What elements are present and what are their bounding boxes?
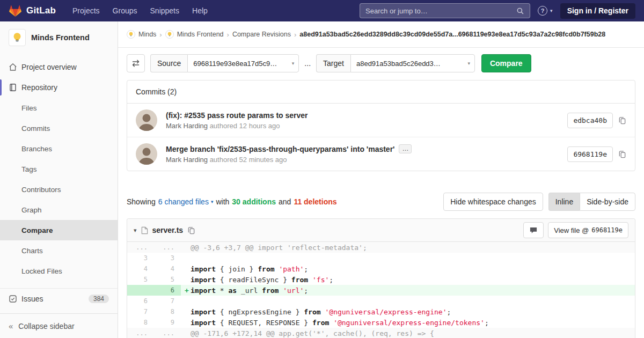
expand-commit-message-button[interactable]: … bbox=[399, 144, 412, 153]
sidebar-item-charts[interactable]: Charts bbox=[0, 240, 118, 261]
side-by-side-view-button[interactable]: Side-by-side bbox=[580, 193, 635, 211]
commit-sha-link[interactable]: edbca40b bbox=[567, 113, 613, 128]
breadcrumb-item: Compare Revisions bbox=[232, 31, 291, 38]
new-line-number[interactable]: 5 bbox=[154, 274, 181, 285]
new-line-number[interactable]: 8 bbox=[154, 306, 181, 317]
breadcrumb-link-minds-frontend[interactable]: Minds Frontend bbox=[177, 31, 224, 38]
range-separator: ... bbox=[304, 59, 311, 68]
old-line-number[interactable]: ... bbox=[127, 242, 154, 253]
sidebar-item-branches[interactable]: Branches bbox=[0, 138, 118, 159]
project-name: Minds Frontend bbox=[31, 33, 90, 42]
breadcrumb-link-compare-revisions[interactable]: Compare Revisions bbox=[232, 31, 291, 38]
view-file-button[interactable]: View file @ 6968119e bbox=[548, 222, 628, 238]
collapse-sidebar-button[interactable]: « Collapse sidebar bbox=[0, 313, 118, 338]
target-group: Target a8ed91a53bad5c26edd3… ▾ bbox=[316, 54, 475, 72]
sidebar-item-tags[interactable]: Tags bbox=[0, 159, 118, 179]
copy-sha-button[interactable] bbox=[618, 150, 626, 158]
sidebar-item-compare[interactable]: Compare bbox=[0, 220, 118, 240]
old-line-number[interactable]: 6 bbox=[127, 296, 154, 306]
hide-whitespace-button[interactable]: Hide whitespace changes bbox=[443, 193, 543, 211]
nav-projects[interactable]: Projects bbox=[67, 3, 106, 18]
source-ref-dropdown[interactable]: 6968119e93e8ea17d5c9… ▾ bbox=[187, 54, 299, 72]
commit-author-link[interactable]: Mark Harding bbox=[166, 156, 208, 164]
new-line-number[interactable]: 3 bbox=[154, 253, 181, 263]
old-line-number[interactable]: 8 bbox=[127, 317, 154, 328]
breadcrumb: Minds›Minds Frontend›Compare Revisions› … bbox=[118, 21, 644, 48]
sidebar-item-contributors[interactable]: Contributors bbox=[0, 179, 118, 200]
nav-help[interactable]: Help bbox=[186, 3, 214, 18]
new-line-number[interactable]: 4 bbox=[154, 263, 181, 274]
diff-line: ...... @@ -3,6 +3,7 @@ import 'reflect-m… bbox=[127, 242, 635, 253]
changed-files-dropdown[interactable]: 6 changed files ▾ bbox=[158, 197, 214, 206]
help-dropdown[interactable]: ? ▾ bbox=[538, 6, 553, 16]
diff-marker bbox=[183, 297, 191, 305]
view-file-sha: 6968119e bbox=[591, 226, 623, 234]
swap-icon bbox=[131, 59, 140, 68]
showing-label: Showing bbox=[127, 197, 156, 206]
breadcrumb-separator-icon: › bbox=[294, 31, 296, 39]
global-search[interactable] bbox=[360, 3, 530, 18]
sidebar-item-files[interactable]: Files bbox=[0, 98, 118, 118]
commit-meta: Mark Harding authored 52 minutes ago bbox=[166, 156, 559, 164]
sidebar-item-graph[interactable]: Graph bbox=[0, 200, 118, 220]
nav-snippets[interactable]: Snippets bbox=[144, 3, 185, 18]
diff-file-actions: View file @ 6968119e bbox=[523, 222, 628, 238]
project-header[interactable]: Minds Frontend bbox=[0, 21, 118, 53]
sidebar-item-issues[interactable]: Issues384 bbox=[0, 288, 118, 308]
sidebar-item-locked-files[interactable]: Locked Files bbox=[0, 261, 118, 281]
chevron-down-icon: ▾ bbox=[550, 8, 553, 13]
diff-line: 78 import { ngExpressEngine } from '@ngu… bbox=[127, 306, 635, 317]
sign-in-register-button[interactable]: Sign in / Register bbox=[560, 3, 635, 19]
old-line-number[interactable]: 4 bbox=[127, 263, 154, 274]
commits-panel: Commits (2) (fix): #2535 pass route para… bbox=[127, 80, 635, 171]
old-line-number[interactable]: 7 bbox=[127, 306, 154, 317]
commit-author-avatar bbox=[136, 109, 157, 131]
old-line-number[interactable]: 3 bbox=[127, 253, 154, 263]
top-navbar: GitLab ProjectsGroupsSnippetsHelp ? ▾ Si… bbox=[0, 0, 644, 21]
target-ref-dropdown[interactable]: a8ed91a53bad5c26edd3… ▾ bbox=[350, 54, 475, 72]
old-line-number[interactable] bbox=[127, 285, 154, 296]
sidebar-item-repository[interactable]: Repository bbox=[0, 77, 118, 98]
sidebar-item-label: Graph bbox=[21, 206, 42, 214]
commit-list: (fix): #2535 pass route params to server… bbox=[127, 104, 635, 171]
with-label: with bbox=[216, 197, 229, 206]
nav-groups[interactable]: Groups bbox=[107, 3, 143, 18]
breadcrumb-link-minds[interactable]: Minds bbox=[138, 31, 156, 38]
commit-title-link[interactable]: Merge branch 'fix/2535-pass-through-quer… bbox=[166, 145, 394, 153]
commit-author-link[interactable]: Mark Harding bbox=[166, 122, 208, 130]
diff-line: 33 bbox=[127, 253, 635, 263]
collapse-diff-icon[interactable]: ▾ bbox=[134, 227, 137, 234]
commit-title-link[interactable]: (fix): #2535 pass route params to server bbox=[166, 111, 308, 120]
old-line-number[interactable]: 5 bbox=[127, 274, 154, 285]
new-line-number[interactable]: 6 bbox=[154, 285, 181, 296]
breadcrumb-item: Minds bbox=[127, 30, 156, 39]
sidebar-item-project-overview[interactable]: Project overview bbox=[0, 57, 118, 77]
toggle-comments-button[interactable] bbox=[523, 222, 544, 238]
new-line-number[interactable]: 9 bbox=[154, 317, 181, 328]
copy-sha-button[interactable] bbox=[618, 116, 626, 124]
project-avatar bbox=[9, 29, 26, 46]
copy-file-path-button[interactable] bbox=[187, 226, 195, 234]
inline-view-button[interactable]: Inline bbox=[548, 193, 580, 211]
old-line-number[interactable]: ... bbox=[127, 328, 154, 338]
sidebar-item-commits[interactable]: Commits bbox=[0, 118, 118, 138]
sidebar-item-label: Charts bbox=[21, 247, 43, 255]
sidebar-item-label: Issues bbox=[21, 295, 43, 303]
commit-sha-link[interactable]: 6968119e bbox=[567, 146, 613, 162]
diff-file-header: ▾ server.ts bbox=[127, 219, 635, 242]
new-line-number[interactable]: ... bbox=[154, 242, 181, 253]
help-icon: ? bbox=[538, 6, 547, 16]
diff-marker bbox=[183, 319, 191, 327]
swap-revisions-button[interactable] bbox=[127, 54, 145, 72]
chevron-down-icon: ▾ bbox=[211, 199, 214, 204]
diff-line: 67 bbox=[127, 296, 635, 306]
gitlab-home-link[interactable]: GitLab bbox=[9, 4, 56, 17]
new-line-number[interactable]: 7 bbox=[154, 296, 181, 306]
search-input[interactable] bbox=[365, 7, 516, 15]
collapse-label: Collapse sidebar bbox=[18, 322, 74, 330]
compare-button[interactable]: Compare bbox=[481, 54, 531, 72]
new-line-number[interactable]: ... bbox=[154, 328, 181, 338]
repo-icon bbox=[9, 83, 17, 92]
target-label: Target bbox=[316, 54, 350, 72]
diff-view-mode-group: Inline Side-by-side bbox=[548, 193, 635, 211]
